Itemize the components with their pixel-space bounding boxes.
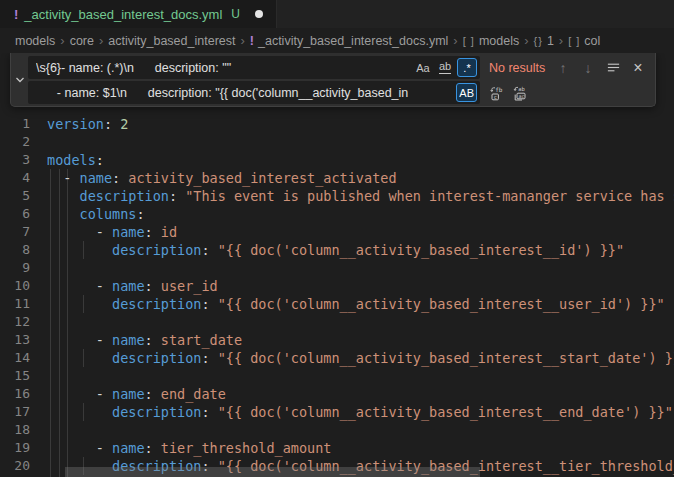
line-number[interactable]: 11 xyxy=(0,295,30,313)
breadcrumb-label: _activity_based_interest_docs.yml xyxy=(258,34,448,48)
code-line[interactable]: 7 - name: id xyxy=(0,223,674,241)
code-text: description: "This event is published wh… xyxy=(47,187,674,205)
git-status-badge: U xyxy=(231,7,240,21)
line-number[interactable]: 8 xyxy=(0,241,30,259)
code-line[interactable]: 8 description: "{{ doc('column__activity… xyxy=(0,241,674,259)
code-line[interactable]: 5 description: "This event is published … xyxy=(0,187,674,205)
line-number[interactable]: 14 xyxy=(0,349,30,367)
editor-tab[interactable]: ! _activity_based_interest_docs.yml U xyxy=(0,0,277,28)
code-line[interactable]: 16 - name: end_date xyxy=(0,385,674,403)
code-line[interactable]: 9 xyxy=(0,259,674,277)
find-query-text: \s{6}- name: (.*)\n description: "" xyxy=(36,61,411,75)
code-line[interactable]: 1version: 2 xyxy=(0,115,674,133)
svg-text:fb: fb xyxy=(495,85,503,92)
breadcrumb-label: 1 xyxy=(547,34,554,48)
code-line[interactable]: 4 - name: activity_based_interest_activa… xyxy=(0,169,674,187)
line-number[interactable]: 12 xyxy=(0,313,30,331)
match-case-toggle[interactable]: Aa xyxy=(413,58,433,77)
line-number[interactable]: 19 xyxy=(0,439,30,457)
yaml-file-icon: ! xyxy=(14,7,18,22)
symbol-object-icon: {} xyxy=(534,35,543,47)
find-replace-widget: \s{6}- name: (.*)\n description: "" Aa a… xyxy=(10,53,656,107)
line-number[interactable]: 7 xyxy=(0,223,30,241)
code-text: - name: start_date xyxy=(47,331,242,349)
breadcrumb-item-symbol-models[interactable]: [ ] models xyxy=(463,34,519,48)
svg-text:c: c xyxy=(494,93,497,99)
breadcrumb-item-models[interactable]: models xyxy=(15,34,55,48)
horizontal-scrollbar[interactable] xyxy=(65,467,480,477)
line-number[interactable]: 17 xyxy=(0,403,30,421)
code-line[interactable]: 17 description: "{{ doc('column__activit… xyxy=(0,403,674,421)
previous-match-button[interactable]: ↑ xyxy=(552,57,574,79)
code-line[interactable]: 13 - name: start_date xyxy=(0,331,674,349)
code-text: columns: xyxy=(47,205,145,223)
line-number[interactable]: 18 xyxy=(0,421,30,439)
line-number[interactable]: 5 xyxy=(0,187,30,205)
whole-word-toggle[interactable]: ab xyxy=(435,58,455,77)
symbol-array-icon: [ ] xyxy=(568,35,580,47)
code-line[interactable]: 10 - name: user_id xyxy=(0,277,674,295)
svg-text:ab: ab xyxy=(518,85,525,91)
chevron-right-icon: › xyxy=(99,33,103,48)
code-line[interactable]: 2 xyxy=(0,133,674,151)
code-line[interactable]: 11 description: "{{ doc('column__activit… xyxy=(0,295,674,313)
breadcrumb: models › core › activity_based_interest … xyxy=(0,28,674,53)
code-line[interactable]: 19 - name: tier_threshold_amount xyxy=(0,439,674,457)
line-number[interactable]: 15 xyxy=(0,367,30,385)
regex-toggle[interactable]: .* xyxy=(457,58,477,77)
breadcrumb-label: core xyxy=(70,34,94,48)
replace-input[interactable]: - name: $1\n description: "{{ doc('colum… xyxy=(28,81,480,104)
chevron-down-icon xyxy=(14,74,26,86)
breadcrumb-label: models xyxy=(479,34,519,48)
breadcrumb-item-symbol-1[interactable]: {} 1 xyxy=(534,34,554,48)
line-number[interactable]: 9 xyxy=(0,259,30,277)
code-text: - name: id xyxy=(47,223,177,241)
line-number[interactable]: 10 xyxy=(0,277,30,295)
code-line[interactable]: 3models: xyxy=(0,151,674,169)
replace-icon: fb c xyxy=(489,85,505,101)
toggle-replace-button[interactable] xyxy=(11,53,28,106)
line-number[interactable]: 20 xyxy=(0,457,30,475)
modified-dot-icon[interactable] xyxy=(255,10,263,18)
replace-button[interactable]: fb c xyxy=(486,82,508,104)
code-line[interactable]: 15 xyxy=(0,367,674,385)
close-find-widget-button[interactable]: × xyxy=(627,57,649,79)
tab-filename: _activity_based_interest_docs.yml xyxy=(24,7,222,22)
find-in-selection-button[interactable] xyxy=(602,57,624,79)
breadcrumb-label: models xyxy=(15,34,55,48)
line-number[interactable]: 2 xyxy=(0,133,30,151)
code-text: - name: activity_based_interest_activate… xyxy=(47,169,397,187)
preserve-case-toggle[interactable]: AB xyxy=(456,83,477,102)
breadcrumb-item-core[interactable]: core xyxy=(70,34,94,48)
chevron-right-icon: › xyxy=(524,33,528,48)
breadcrumb-item-activity-based-interest[interactable]: activity_based_interest xyxy=(108,34,235,48)
code-text: description: "{{ doc('column__activity_b… xyxy=(47,295,665,313)
line-number[interactable]: 16 xyxy=(0,385,30,403)
symbol-array-icon: [ ] xyxy=(463,35,475,47)
next-match-button[interactable]: ↓ xyxy=(577,57,599,79)
breadcrumb-item-symbol-columns[interactable]: [ ] col xyxy=(568,34,600,48)
replace-value-text: - name: $1\n description: "{{ doc('colum… xyxy=(36,86,454,100)
chevron-right-icon: › xyxy=(60,33,64,48)
find-status: No results xyxy=(489,61,545,75)
code-text: - name: tier_threshold_amount xyxy=(47,439,332,457)
code-text: description: "{{ doc('column__activity_b… xyxy=(47,241,624,259)
svg-text:ac: ac xyxy=(519,92,525,98)
breadcrumb-label: activity_based_interest xyxy=(108,34,235,48)
code-area: 1version: 223models:4 - name: activity_b… xyxy=(0,115,674,475)
code-line[interactable]: 18 xyxy=(0,421,674,439)
code-line[interactable]: 12 xyxy=(0,313,674,331)
replace-all-button[interactable]: ab ac xyxy=(508,82,530,104)
line-number[interactable]: 4 xyxy=(0,169,30,187)
find-input[interactable]: \s{6}- name: (.*)\n description: "" Aa a… xyxy=(28,56,480,79)
editor-area[interactable]: \s{6}- name: (.*)\n description: "" Aa a… xyxy=(0,53,674,477)
breadcrumb-item-file[interactable]: ! _activity_based_interest_docs.yml xyxy=(250,34,449,48)
chevron-right-icon: › xyxy=(559,33,563,48)
line-number[interactable]: 1 xyxy=(0,115,30,133)
code-line[interactable]: 6 columns: xyxy=(0,205,674,223)
line-number[interactable]: 13 xyxy=(0,331,30,349)
code-line[interactable]: 14 description: "{{ doc('column__activit… xyxy=(0,349,674,367)
code-text: description: "{{ doc('column__activity_b… xyxy=(47,403,673,421)
line-number[interactable]: 3 xyxy=(0,151,30,169)
line-number[interactable]: 6 xyxy=(0,205,30,223)
